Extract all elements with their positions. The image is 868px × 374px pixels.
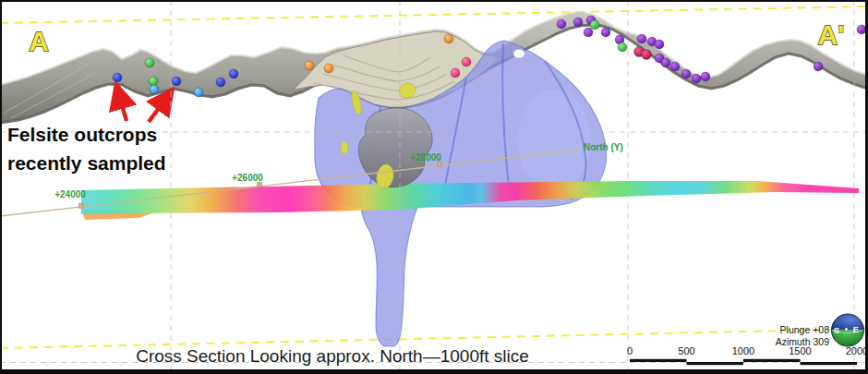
collar-point-green[interactable]	[149, 77, 158, 86]
collar-point-orange[interactable]	[444, 34, 453, 43]
collar-point-purple[interactable]	[557, 19, 566, 29]
scale-bar-label: 1000	[732, 345, 754, 356]
scale-bar-segment	[630, 359, 687, 362]
collar-point-blue[interactable]	[229, 69, 238, 78]
collar-point-lightblue[interactable]	[194, 88, 203, 97]
figure-caption: Cross Section Looking approx. North—1000…	[136, 346, 529, 366]
collar-point-purple[interactable]	[637, 34, 646, 43]
scale-bar-label: 0	[627, 345, 633, 356]
scale-bar-label: 2000	[846, 345, 868, 356]
compass-letter-s: S	[834, 325, 839, 335]
annotation-line2: recently sampled	[7, 152, 166, 174]
collar-point-purple[interactable]	[655, 40, 664, 49]
collar-point-purple[interactable]	[601, 28, 610, 37]
felsite-highlight	[494, 74, 540, 148]
axis-label-north: North (Y)	[584, 142, 623, 152]
orientation-ball-center-dot	[845, 328, 848, 331]
scale-bar-label: 1500	[789, 345, 811, 356]
annotation-line1: Felsite outcrops	[7, 124, 157, 145]
collar-point-green[interactable]	[145, 58, 154, 67]
collar-point-green[interactable]	[618, 42, 627, 52]
collar-point-purple[interactable]	[814, 62, 823, 71]
collar-point-pink[interactable]	[451, 68, 460, 78]
collar-point-purple[interactable]	[661, 58, 670, 67]
axis-tick-label: +26000	[232, 173, 263, 183]
axis-tick-marker	[438, 163, 442, 167]
collar-point-orange[interactable]	[305, 61, 314, 70]
section-label-a: A	[29, 26, 49, 56]
collar-point-green[interactable]	[590, 20, 599, 30]
collar-point-pink[interactable]	[462, 57, 471, 66]
collar-point-purple[interactable]	[681, 69, 691, 78]
scale-bar-label: 500	[678, 345, 694, 356]
collar-point-purple[interactable]	[573, 18, 583, 27]
surface-gap	[513, 50, 524, 58]
collar-point-purple[interactable]	[670, 62, 680, 71]
collar-point-crimson[interactable]	[642, 50, 652, 60]
axis-tick-label: +24000	[54, 189, 86, 199]
3d-scene-viewport[interactable]: A A' Felsite outcrops recently sampled C…	[0, 0, 868, 374]
axis-tick-marker	[79, 204, 84, 209]
orientation-ball[interactable]: SE	[832, 314, 864, 346]
collar-point-lightblue[interactable]	[150, 85, 159, 94]
collar-point-purple[interactable]	[701, 72, 710, 81]
collar-point-blue[interactable]	[216, 78, 225, 87]
collar-point-purple[interactable]	[857, 25, 866, 34]
compass-letter-e: E	[853, 324, 859, 334]
plunge-readout: Plunge +08	[780, 324, 830, 335]
section-label-a-prime: A'	[818, 19, 845, 50]
scale-bar-segment	[687, 362, 744, 365]
cross-section-figure: A A' Felsite outcrops recently sampled C…	[0, 0, 868, 374]
collar-point-purple[interactable]	[692, 74, 701, 83]
scale-bar-segment	[801, 362, 858, 365]
collar-point-purple[interactable]	[584, 28, 593, 37]
collar-point-blue[interactable]	[113, 73, 122, 82]
collar-point-orange[interactable]	[324, 64, 333, 73]
axis-tick-marker	[258, 183, 262, 187]
axis-tick-label: +28000	[410, 152, 441, 163]
scale-bar-segment	[743, 359, 801, 362]
collar-point-blue[interactable]	[172, 77, 181, 86]
